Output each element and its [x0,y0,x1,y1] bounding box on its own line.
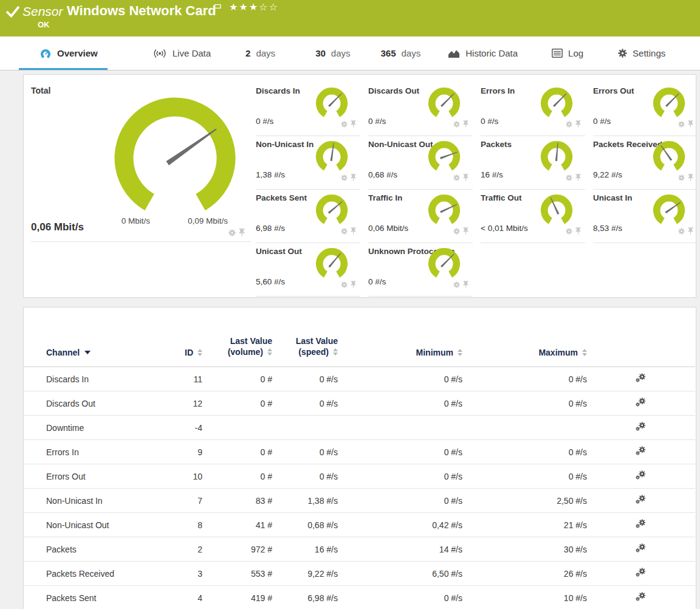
channel-gauge-grid: Discards In 0 #/s Discards Out [256,82,696,296]
channel-table-row[interactable]: Packets 2 972 # 16 #/s 14 #/s 30 #/s [24,537,695,562]
gauge-settings-gear-icon[interactable] [453,173,460,184]
gauge-settings-gear-icon[interactable] [453,280,460,291]
channel-settings-gears-icon[interactable] [636,519,647,529]
channel-table-row[interactable]: Non-Unicast Out 8 41 # 0,68 #/s 0,42 #/s… [24,513,695,537]
gauge-pin-icon[interactable] [351,119,356,130]
channel-table-row[interactable]: Discards In 11 0 # 0 #/s 0 #/s 0 #/s [24,367,695,391]
column-header-channel[interactable]: Channel [24,308,179,367]
gauge-pin-icon[interactable] [351,173,356,184]
channel-gauge-cell[interactable]: Unicast Out 5,60 #/s [256,243,360,297]
channel-gauge [427,248,462,282]
channel-settings-gears-icon[interactable] [636,397,647,407]
gauge-settings-gear-icon[interactable] [341,119,348,130]
channel-settings-gears-icon[interactable] [636,592,647,602]
tab-log[interactable]: Log [552,36,583,70]
gauge-pin-icon[interactable] [463,226,468,237]
channel-gauge-cell[interactable]: Packets Sent 6,98 #/s [256,189,360,243]
gauge-pin-icon[interactable] [239,228,245,239]
channel-table-row[interactable]: Downtime -4 [24,416,695,440]
channel-last-value-volume-cell: 0 # [202,464,272,489]
channel-settings-gears-icon[interactable] [636,568,647,577]
gauge-settings-gear-icon[interactable] [341,173,348,184]
area-chart-icon [448,49,460,58]
channel-table: Channel ID Last Value (volume) Last Valu… [24,308,695,609]
flag-icon[interactable] [214,4,222,15]
channel-table-row[interactable]: Errors Out 10 0 # 0 #/s 0 #/s 0 #/s [24,464,695,489]
gauge-settings-gear-icon[interactable] [453,119,460,130]
channel-gauge [651,88,687,122]
tab-historic-data[interactable]: Historic Data [448,36,518,70]
channel-settings-gears-icon[interactable] [636,543,647,553]
gauge-settings-gear-icon[interactable] [566,173,572,184]
priority-stars[interactable]: ★★★☆☆ [229,1,279,13]
tab-overview[interactable]: Overview [39,36,98,70]
column-header-minimum[interactable]: Minimum [338,308,462,367]
gauge-pin-icon[interactable] [688,119,693,130]
sort-icon [333,348,338,356]
channel-maximum-cell: 0 #/s [462,391,587,416]
gauge-settings-gear-icon[interactable] [678,119,685,130]
tab-30-days[interactable]: 30 days [315,36,350,70]
channel-settings-gears-icon[interactable] [636,470,647,480]
gauge-pin-icon[interactable] [463,280,468,291]
channel-gauge-cell[interactable]: Discards Out 0 #/s [368,82,473,136]
total-gauge-cell[interactable]: Total 0 Mbit/s 0,09 Mbit/s 0,06 Mbit/s [31,82,251,242]
gauge-pin-icon[interactable] [351,280,356,291]
column-header-id[interactable]: ID [179,308,202,367]
channel-gauge-cell[interactable]: Errors In 0 #/s [481,82,585,136]
tab-30-days-number: 30 [315,48,326,58]
gauge-pin-icon[interactable] [575,226,581,237]
tab-live-data[interactable]: Live Data [153,36,211,70]
gauge-settings-gear-icon[interactable] [566,119,572,130]
gauge-pin-icon[interactable] [463,119,468,130]
channel-gauge-title: Discards In [256,86,300,95]
gauge-settings-gear-icon[interactable] [341,280,348,291]
channel-gauge-cell[interactable]: Unknown Protocols In 0 #/s [368,243,473,297]
channel-table-row[interactable]: Packets Received 3 553 # 9,22 #/s 6,50 #… [24,562,695,586]
channel-gauge-cell[interactable]: Errors Out 0 #/s [593,82,696,136]
channel-gauge-title: Errors Out [593,86,634,95]
channel-maximum-cell: 0 #/s [462,464,587,489]
column-header-last-value-speed[interactable]: Last Value (speed) [272,308,338,367]
channel-settings-gears-icon[interactable] [636,422,647,432]
channel-maximum-cell [462,416,587,440]
total-gauge [90,85,260,231]
gauge-pin-icon[interactable] [575,173,581,184]
gauge-pin-icon[interactable] [688,173,693,184]
gauge-settings-gear-icon[interactable] [566,226,572,237]
total-gauge-title: Total [31,86,50,95]
channel-gauge-cell[interactable]: Non-Unicast In 1,38 #/s [256,136,360,190]
channel-settings-gears-icon[interactable] [636,446,647,456]
channel-gauge-cell[interactable]: Traffic In 0,06 Mbit/s [368,189,473,243]
tab-live-data-label: Live Data [173,48,211,58]
channel-gauge-value: 8,53 #/s [593,224,622,233]
channel-gauge-cell[interactable]: Discards In 0 #/s [256,82,360,136]
channel-gauge-cell[interactable]: Packets Received 9,22 #/s [593,136,696,190]
column-header-actions [587,308,695,367]
gauge-pin-icon[interactable] [575,119,581,130]
gauge-settings-gear-icon[interactable] [678,226,685,237]
tab-2-days[interactable]: 2 days [245,36,275,70]
channel-table-row[interactable]: Errors In 9 0 # 0 #/s 0 #/s 0 #/s [24,440,695,464]
channel-table-row[interactable]: Packets Sent 4 419 # 6,98 #/s 0 #/s 10 #… [24,586,695,609]
gauge-settings-gear-icon[interactable] [341,226,348,237]
gauge-pin-icon[interactable] [688,226,693,237]
channel-settings-gears-icon[interactable] [636,495,647,504]
gauge-settings-gear-icon[interactable] [678,173,685,184]
channel-settings-gears-icon[interactable] [636,373,647,383]
column-header-last-value-volume[interactable]: Last Value (volume) [202,308,272,367]
channel-gauge-cell[interactable]: Non-Unicast Out 0,68 #/s [368,136,473,190]
channel-table-row[interactable]: Non-Unicast In 7 83 # 1,38 #/s 0 #/s 2,5… [24,489,695,513]
gauge-pin-icon[interactable] [351,226,356,237]
tab-365-days[interactable]: 365 days [381,36,421,70]
gauge-settings-gear-icon[interactable] [453,226,460,237]
channel-gauge-cell[interactable]: Packets 16 #/s [481,136,585,190]
channel-gauge-cell[interactable]: Unicast In 8,53 #/s [593,189,696,243]
channel-table-row[interactable]: Discards Out 12 0 # 0 #/s 0 #/s 0 #/s [24,391,695,416]
channel-gauge-cell[interactable]: Traffic Out < 0,01 Mbit/s [481,189,585,243]
gauge-pin-icon[interactable] [463,173,468,184]
gauge-settings-gear-icon[interactable] [228,228,236,239]
column-header-speed-line1: Last Value [272,335,338,346]
tab-settings[interactable]: Settings [618,36,665,70]
column-header-maximum[interactable]: Maximum [462,308,587,367]
